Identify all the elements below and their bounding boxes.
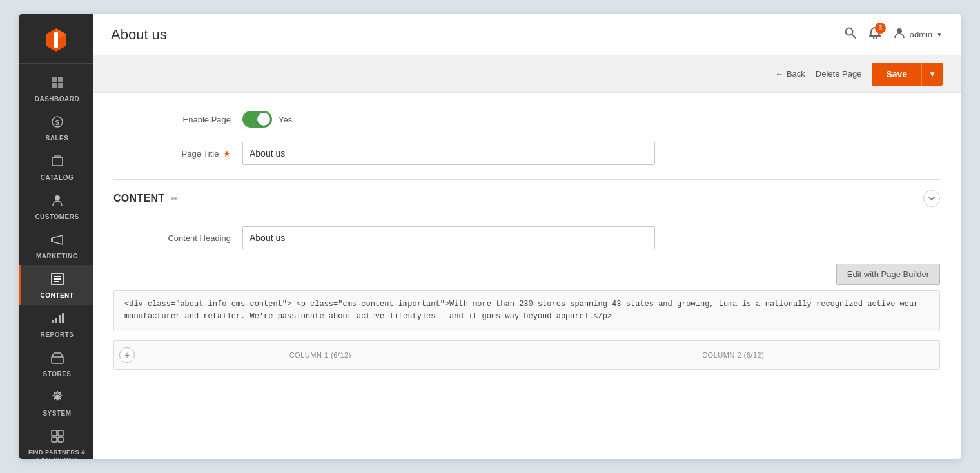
find-partners-icon (50, 429, 64, 447)
svg-rect-17 (52, 320, 54, 323)
sidebar-item-catalog[interactable]: CATALOG (19, 148, 93, 187)
sidebar-logo (19, 14, 93, 64)
page-title-input[interactable] (242, 142, 655, 165)
reports-icon (50, 311, 64, 329)
svg-rect-10 (54, 155, 61, 158)
enable-page-toggle[interactable] (242, 111, 272, 128)
svg-rect-9 (52, 157, 63, 166)
svg-rect-19 (59, 315, 61, 323)
svg-rect-25 (52, 437, 57, 442)
section-edit-icon[interactable]: ✏ (171, 193, 179, 204)
back-arrow-icon: ← (775, 69, 783, 79)
sidebar-item-reports[interactable]: REPORTS (19, 305, 93, 344)
sidebar-item-dashboard-label: DASHBOARD (35, 95, 80, 103)
svg-rect-2 (54, 32, 58, 48)
notification-badge: 3 (875, 23, 886, 34)
code-content-area: <div class="about-info cms-content"> <p … (113, 290, 940, 331)
svg-rect-15 (54, 278, 61, 280)
column-1-label: COLUMN 1 (6/12) (289, 351, 351, 359)
sidebar-item-stores[interactable]: STORES (19, 344, 93, 383)
page-title-label: Page Title ★ (113, 149, 242, 159)
page-title: About us (111, 26, 844, 43)
svg-rect-16 (54, 281, 59, 282)
save-dropdown-arrow: ▼ (928, 70, 936, 79)
marketing-icon (50, 233, 64, 250)
sidebar-item-find-partners[interactable]: FIND PARTNERS & EXTENSIONS (19, 423, 93, 459)
user-menu-chevron: ▼ (936, 31, 943, 38)
sidebar-item-reports-label: REPORTS (41, 331, 74, 339)
sidebar: DASHBOARD $ SALES CATALOG CUSTOMERS MARK… (19, 14, 93, 459)
sales-icon: $ (50, 115, 64, 132)
content-heading-label: Content Heading (113, 233, 242, 243)
magento-logo-icon (42, 26, 70, 54)
enable-page-row: Enable Page Yes (113, 111, 940, 128)
svg-rect-18 (55, 318, 57, 323)
topbar: About us 3 admin ▼ (93, 14, 961, 55)
sidebar-item-system-label: SYSTEM (43, 410, 71, 418)
save-button-group: Save ▼ (872, 63, 943, 86)
notifications-button[interactable]: 3 (868, 26, 881, 43)
stores-icon (50, 351, 64, 368)
sidebar-item-content-label: CONTENT (41, 292, 74, 300)
svg-rect-4 (58, 77, 63, 82)
section-collapse-button[interactable] (923, 190, 940, 207)
svg-rect-20 (62, 313, 64, 323)
back-button[interactable]: ← Back (775, 69, 805, 79)
system-icon (50, 390, 64, 407)
column-2: COLUMN 2 (6/12) (527, 341, 940, 369)
sidebar-item-system[interactable]: SYSTEM (19, 383, 93, 423)
svg-rect-24 (58, 430, 63, 436)
page-title-required: ★ (223, 149, 231, 159)
svg-point-29 (897, 28, 902, 34)
content-heading-row: Content Heading (113, 226, 940, 249)
svg-text:$: $ (55, 119, 59, 126)
delete-page-button[interactable]: Delete Page (816, 69, 862, 79)
topbar-actions: 3 admin ▼ (844, 26, 943, 43)
save-dropdown-button[interactable]: ▼ (921, 63, 943, 86)
svg-line-28 (852, 35, 856, 39)
admin-username: admin (910, 30, 932, 39)
sidebar-item-sales[interactable]: $ SALES (19, 108, 93, 148)
content-icon (50, 272, 64, 289)
page-title-row: Page Title ★ (113, 142, 940, 165)
content-fields: Content Heading Edit with Page Builder <… (113, 226, 940, 370)
svg-rect-3 (52, 77, 57, 82)
sidebar-item-sales-label: SALES (46, 135, 69, 142)
section-title-wrap: Content ✏ (113, 193, 179, 204)
catalog-icon (50, 154, 64, 171)
search-button[interactable] (844, 26, 857, 43)
user-icon (893, 26, 906, 43)
edit-with-page-builder-button[interactable]: Edit with Page Builder (836, 264, 940, 285)
admin-user-menu[interactable]: admin ▼ (893, 26, 943, 43)
sidebar-item-marketing[interactable]: MARKETING (19, 226, 93, 265)
svg-rect-14 (54, 276, 61, 277)
sidebar-item-dashboard[interactable]: DASHBOARD (19, 69, 93, 108)
column-2-label: COLUMN 2 (6/12) (702, 351, 764, 359)
svg-rect-21 (52, 357, 63, 363)
content-heading-input[interactable] (242, 226, 655, 249)
columns-row: + COLUMN 1 (6/12) COLUMN 2 (6/12) (113, 340, 940, 370)
svg-point-11 (55, 195, 60, 200)
column-1: COLUMN 1 (6/12) (114, 341, 527, 369)
main-area: About us 3 admin ▼ (93, 14, 961, 459)
column-add-button[interactable]: + (119, 347, 135, 363)
dashboard-icon (50, 75, 64, 93)
customers-icon (50, 193, 64, 211)
sidebar-item-marketing-label: MARKETING (36, 253, 78, 260)
svg-rect-26 (58, 437, 63, 442)
svg-rect-23 (52, 430, 57, 436)
enable-page-value: Yes (279, 115, 292, 124)
code-content: <div class="about-info cms-content"> <p … (124, 300, 918, 321)
svg-rect-5 (52, 83, 57, 88)
sidebar-item-find-partners-label: FIND PARTNERS & EXTENSIONS (24, 449, 90, 459)
content-section-title: Content (113, 193, 164, 204)
svg-rect-6 (58, 83, 63, 88)
enable-page-label: Enable Page (113, 115, 242, 124)
sidebar-item-stores-label: STORES (43, 371, 72, 378)
action-bar: ← Back Delete Page Save ▼ (93, 55, 961, 93)
sidebar-item-content[interactable]: CONTENT (19, 265, 93, 305)
svg-rect-12 (51, 238, 53, 242)
save-button[interactable]: Save (872, 63, 921, 86)
sidebar-item-customers[interactable]: CUSTOMERS (19, 187, 93, 226)
toggle-wrap: Yes (242, 111, 292, 128)
